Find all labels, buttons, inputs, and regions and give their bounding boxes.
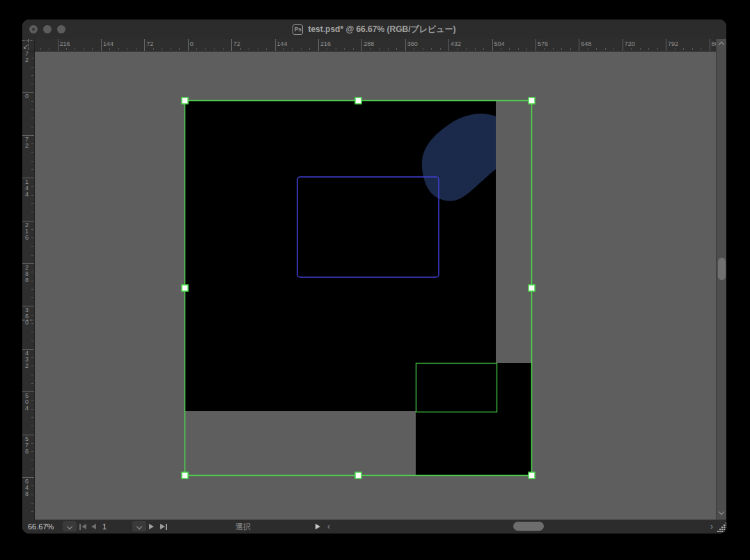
selection-handle[interactable] (355, 98, 361, 104)
ruler-label: 5 7 6 (25, 436, 29, 455)
ruler-tick (301, 48, 302, 50)
ruler-label: 360 (407, 40, 418, 47)
prev-icon (91, 524, 96, 529)
ruler-tick (336, 48, 336, 50)
ruler-tick (31, 323, 33, 324)
ruler-tick (49, 48, 49, 50)
ruler-tick (223, 48, 224, 50)
frame-dropdown[interactable] (132, 521, 146, 531)
resize-grip[interactable] (717, 522, 726, 532)
ruler-tick (361, 39, 362, 51)
previous-frame-button[interactable] (91, 520, 96, 534)
ruler-tick (31, 229, 33, 230)
status-detail-button[interactable] (315, 520, 320, 534)
ruler-label: 432 (451, 40, 461, 47)
grip-dot (724, 527, 725, 528)
selection-handle[interactable] (182, 285, 188, 291)
grip-dot (726, 527, 726, 528)
frame-number-field[interactable]: 1 (102, 520, 107, 534)
skip-end-icon (166, 524, 167, 530)
left-ruler[interactable]: 7 207 21 4 42 1 62 8 83 6 04 3 25 0 45 7… (22, 52, 35, 520)
document-canvas[interactable] (35, 52, 716, 520)
ruler-tick (701, 48, 701, 50)
grip-dot (721, 529, 723, 530)
grip-dot (721, 531, 723, 532)
horizontal-scrollbar-thumb[interactable] (513, 522, 544, 531)
selection-handle[interactable] (182, 472, 188, 479)
ruler-tick (31, 152, 33, 153)
ruler-label: 4 3 2 (25, 350, 29, 369)
grip-dot (726, 531, 726, 532)
ruler-tick (31, 272, 33, 272)
ruler-tick (475, 48, 476, 50)
ruler-tick (31, 169, 33, 170)
close-button[interactable] (29, 25, 38, 33)
ruler-tick (431, 48, 432, 50)
ruler-tick (553, 48, 554, 50)
ruler-tick (631, 48, 632, 50)
ruler-tick (327, 48, 327, 50)
ruler-tick (92, 48, 93, 50)
ruler-label: 648 (581, 40, 591, 47)
selection-handle[interactable] (529, 98, 535, 104)
top-ruler[interactable]: 2161447207214421628836043250457664872079… (35, 39, 716, 52)
ruler-tick (75, 48, 75, 50)
ruler-tick (31, 409, 33, 410)
next-frame-button[interactable] (149, 520, 154, 534)
scroll-up-icon[interactable] (719, 42, 724, 47)
ruler-tick (231, 39, 232, 51)
titlebar[interactable]: Ps test.psd* @ 66.67% (RGB/プレビュー) (22, 20, 726, 39)
ruler-label: 0 (190, 40, 194, 47)
ruler-tick (518, 48, 519, 50)
workspace: ↙ 21614472072144216288360432504576648720… (22, 39, 726, 520)
scroll-left-icon[interactable]: ‹ (327, 520, 330, 534)
ruler-tick (40, 48, 41, 50)
first-frame-button[interactable] (79, 520, 86, 534)
ruler-tick (31, 75, 33, 76)
minimize-button[interactable] (43, 25, 52, 33)
ruler-tick (249, 48, 249, 50)
ruler-tick (31, 101, 33, 102)
ruler-tick (605, 48, 606, 50)
scroll-right-icon[interactable]: › (710, 520, 713, 534)
ruler-tick (344, 48, 345, 50)
ruler-label: 216 (320, 40, 331, 47)
ruler-tick (118, 48, 119, 50)
maximize-button[interactable] (57, 25, 65, 33)
selection-handle[interactable] (529, 285, 535, 291)
ruler-tick (31, 109, 33, 110)
last-frame-button[interactable] (160, 520, 167, 534)
ps-file-icon: Ps (292, 24, 303, 35)
ruler-tick (31, 460, 33, 460)
ruler-tick (258, 48, 258, 50)
grip-dot (717, 531, 719, 532)
black-square-layer[interactable] (416, 363, 531, 475)
statusbar: 66.67% 1 選択 ‹ (22, 520, 726, 534)
ruler-tick (31, 255, 33, 256)
ruler-label: 720 (625, 40, 635, 47)
ruler-tick (370, 48, 371, 50)
zoom-level[interactable]: 66.67% (28, 520, 54, 534)
ruler-tick (570, 48, 571, 50)
ruler-tick (501, 48, 501, 50)
zoom-dropdown[interactable] (63, 521, 77, 531)
selection-handle[interactable] (529, 472, 535, 479)
ruler-tick (666, 39, 666, 51)
scroll-down-icon[interactable] (719, 509, 724, 515)
vertical-scrollbar-thumb[interactable] (718, 258, 726, 280)
ruler-tick (188, 39, 189, 51)
ruler-tick (588, 48, 588, 50)
ruler-origin-arrow-icon: ↙ (23, 43, 29, 50)
ruler-tick (710, 39, 710, 51)
window-controls (29, 25, 65, 33)
ruler-label: 2 8 8 (25, 265, 29, 283)
vertical-scrollbar[interactable] (716, 39, 726, 520)
ruler-origin-box[interactable]: ↙ (22, 39, 35, 52)
ruler-tick (396, 48, 397, 50)
selection-handle[interactable] (182, 98, 188, 104)
selection-handle[interactable] (355, 472, 361, 479)
ruler-label: 3 6 0 (25, 307, 29, 326)
ruler-tick (561, 48, 562, 50)
ruler-label: 7 2 (25, 52, 29, 63)
ruler-tick (692, 48, 693, 50)
